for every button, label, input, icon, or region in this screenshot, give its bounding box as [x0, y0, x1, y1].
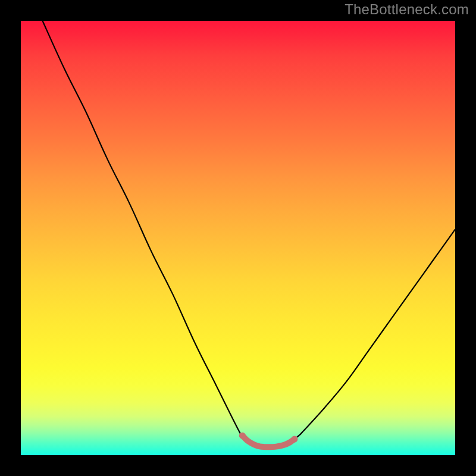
- chart-frame: TheBottleneck.com: [0, 0, 476, 476]
- watermark-text: TheBottleneck.com: [345, 1, 469, 18]
- curve-svg: [21, 21, 455, 455]
- plot-area: [21, 21, 455, 455]
- highlight-endpoint-right: [291, 436, 298, 442]
- bottleneck-curve: [43, 21, 456, 447]
- highlight-segment: [242, 436, 295, 447]
- highlight-endpoint-left: [239, 433, 246, 439]
